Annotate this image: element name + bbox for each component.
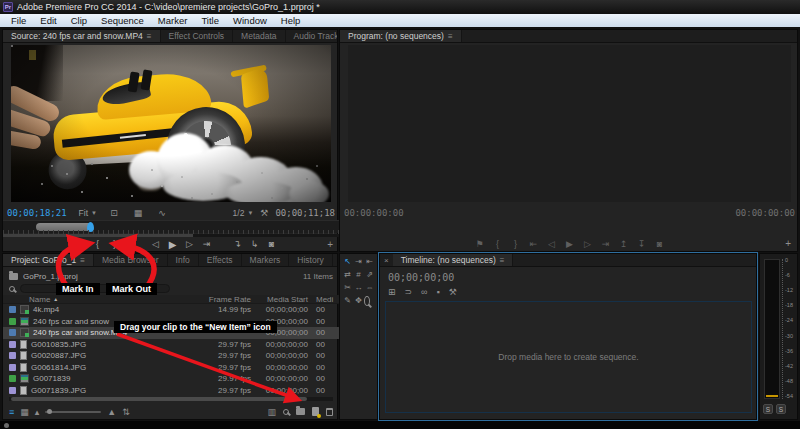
timeline-timecode[interactable]: 00;00;00;00 (388, 272, 454, 283)
menu-help[interactable]: Help (274, 15, 308, 26)
step-back-button[interactable]: ◁ (543, 239, 560, 249)
pen-tool[interactable]: ✎ (342, 296, 353, 306)
step-back-button[interactable]: ◁ (147, 239, 164, 250)
playback-resolution-dropdown[interactable]: 1/2▼ (233, 208, 254, 218)
snap-icon[interactable]: ⊃ (405, 287, 413, 297)
go-to-out-button[interactable]: ⇥ (198, 239, 215, 250)
go-to-in-button[interactable]: ⇤ (525, 239, 542, 249)
table-row[interactable]: G0071839.JPG29.97 fps00;00;00;0000 (3, 385, 339, 397)
safe-margins-icon[interactable]: ⊡ (107, 208, 121, 218)
menu-clip[interactable]: Clip (64, 15, 94, 26)
menu-marker[interactable]: Marker (151, 15, 195, 26)
play-button[interactable]: ▶ (164, 239, 181, 250)
overwrite-button[interactable]: ↳ (246, 239, 263, 249)
tab-project-gopro-1[interactable]: Project: GoPro_1≡ (3, 254, 94, 267)
insert-overwrite-icon[interactable]: ⊞ (388, 287, 396, 297)
program-button-editor-button[interactable]: + (785, 238, 791, 249)
mark-out-button[interactable]: } (507, 239, 524, 249)
source-current-timecode[interactable]: 00;00;18;21 (7, 208, 67, 218)
drag-video-only-icon[interactable]: ▦ (131, 208, 145, 218)
button-editor-button[interactable]: + (327, 239, 333, 250)
tab-effect-controls[interactable]: Effect Controls (161, 30, 234, 43)
track-select-backward-tool[interactable]: ⇤ (364, 257, 375, 267)
rate-stretch-tool[interactable]: ⇗ (364, 270, 375, 280)
razor-tool[interactable]: ✂ (342, 283, 353, 293)
label-color-swatch[interactable] (9, 341, 16, 348)
new-item-icon[interactable] (312, 407, 319, 416)
step-forward-button[interactable]: ▷ (579, 239, 596, 249)
ripple-edit-tool[interactable]: ⇄ (342, 270, 353, 280)
insert-button[interactable]: ↴ (229, 239, 246, 249)
menu-sequence[interactable]: Sequence (94, 15, 151, 26)
panel-menu-icon[interactable]: ≡ (147, 32, 152, 41)
drag-audio-only-icon[interactable]: ∿ (155, 208, 169, 218)
program-current-timecode[interactable]: 00:00:00:00 (344, 208, 404, 218)
table-row[interactable]: G0061814.JPG29.97 fps00;00;00;0000 (3, 362, 339, 374)
label-color-swatch[interactable] (9, 364, 16, 371)
table-row[interactable]: G0010835.JPG29.97 fps00;00;00;0000 (3, 339, 339, 351)
slip-tool[interactable]: ↔ (353, 283, 364, 293)
tab-history[interactable]: History (289, 254, 332, 267)
export-frame-button[interactable]: ◙ (263, 239, 280, 249)
timeline-drop-area[interactable]: Drop media here to create sequence. (385, 301, 752, 413)
table-row[interactable]: G0020887.JPG29.97 fps00;00;00;0000 (3, 350, 339, 362)
tab-info[interactable]: Info (168, 254, 199, 267)
zoom-level-dropdown[interactable]: Fit▼ (79, 208, 97, 218)
add-marker-icon[interactable]: ▪ (437, 287, 440, 297)
source-scrub-bar[interactable] (3, 220, 339, 233)
tab-timeline[interactable]: Timeline: (no sequences)≡ (393, 254, 514, 267)
solo-left-button[interactable]: S (763, 404, 773, 414)
solo-right-button[interactable]: S (776, 404, 786, 414)
tab-effects[interactable]: Effects (199, 254, 242, 267)
export-frame-button[interactable]: ◙ (651, 239, 668, 249)
automate-to-sequence-icon[interactable]: ▥ (267, 407, 276, 417)
mark-in-button[interactable]: { (89, 239, 106, 249)
menu-window[interactable]: Window (226, 15, 274, 26)
source-video-preview[interactable] (11, 45, 331, 202)
tab-markers[interactable]: Markers (242, 254, 290, 267)
label-color-swatch[interactable] (9, 352, 16, 359)
menu-title[interactable]: Title (194, 15, 226, 26)
tab-metadata[interactable]: Metadata (233, 30, 285, 43)
bin-name[interactable]: GoPro_1.prproj (23, 272, 78, 281)
add-marker-button[interactable]: ⚑ (471, 239, 488, 249)
mark-in-button[interactable]: { (489, 239, 506, 249)
table-horizontal-scrollbar[interactable] (9, 397, 333, 401)
table-row[interactable]: 4k.mp414.99 fps00;00;00;0000 (3, 304, 339, 316)
label-color-swatch[interactable] (9, 306, 16, 313)
new-bin-icon[interactable] (296, 408, 305, 415)
tab-audio-track-mixer-no-sequences[interactable]: Audio Track Mixer: (no sequences) (286, 30, 337, 43)
zoom-slider[interactable] (45, 411, 101, 413)
selection-tool[interactable]: ↖ (342, 257, 353, 267)
rolling-edit-tool[interactable]: # (353, 270, 364, 280)
close-panel-icon[interactable]: × (380, 256, 393, 265)
step-forward-button[interactable]: ▷ (181, 239, 198, 250)
list-view-icon[interactable]: ≡ (9, 407, 14, 417)
mark-out-button[interactable]: } (106, 239, 123, 249)
tab-program[interactable]: Program: (no sequences)≡ (340, 30, 462, 43)
timeline-settings-icon[interactable]: ⚒ (449, 287, 457, 297)
menu-edit[interactable]: Edit (33, 15, 63, 26)
tab-media-browser[interactable]: Media Browser (94, 254, 168, 267)
table-row[interactable]: G007183929.97 fps00;00;00;0000 (3, 373, 339, 385)
hand-tool[interactable]: ✥ (353, 296, 364, 306)
extract-button[interactable]: ↧ (633, 239, 650, 249)
sort-icon[interactable]: ⇅ (122, 407, 130, 417)
tab-source-240-fps-car-and-snow-mp4[interactable]: Source: 240 fps car and snow.MP4≡ (3, 30, 161, 43)
track-select-forward-tool[interactable]: ⇥ (353, 257, 364, 267)
find-icon[interactable] (283, 409, 289, 415)
label-color-swatch[interactable] (9, 375, 16, 382)
panel-menu-icon[interactable]: ≡ (80, 256, 85, 265)
program-video-preview[interactable] (348, 45, 791, 202)
source-settings-icon[interactable]: ⚒ (257, 208, 271, 218)
icon-view-icon[interactable]: ▦ (20, 407, 29, 417)
label-color-swatch[interactable] (9, 329, 16, 336)
linked-selection-icon[interactable]: ∞ (421, 287, 427, 297)
menu-file[interactable]: File (4, 15, 33, 26)
table-header[interactable]: Name▲ Frame Rate Media Start Medi (3, 295, 339, 304)
lift-button[interactable]: ↥ (615, 239, 632, 249)
label-color-swatch[interactable] (9, 318, 16, 325)
go-to-out-button[interactable]: ⇥ (597, 239, 614, 249)
zoom-out-icon[interactable]: ▴ (35, 407, 40, 417)
label-color-swatch[interactable] (9, 387, 16, 394)
